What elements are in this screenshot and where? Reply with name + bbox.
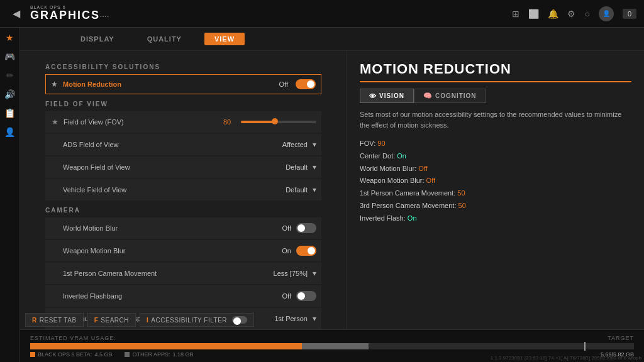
vram-labels: ESTIMATED VRAM USAGE: TARGET (30, 335, 634, 341)
nav-star-icon[interactable]: ★ (4, 33, 16, 44)
grid-icon[interactable]: ⊞ (512, 9, 519, 19)
third-cam-val: 50 (458, 202, 466, 209)
search-circle-icon[interactable]: ○ (584, 9, 589, 19)
vram-estimated-label: ESTIMATED VRAM USAGE: (30, 335, 116, 341)
inverted-flashbang-value: Off (282, 292, 291, 300)
back-button[interactable]: ◀ (8, 5, 25, 22)
fov-value: 80 (223, 118, 236, 126)
search-button[interactable]: F SEARCH (87, 313, 136, 327)
nav-edit-icon[interactable]: ✏ (4, 70, 16, 82)
detail-inverted-flash: Inverted Flash: On (360, 212, 631, 225)
motion-reduction-row[interactable]: ★ Motion Reduction Off (45, 74, 321, 94)
fov-slider[interactable] (241, 121, 316, 123)
fov-label: Field of View (FOV) (64, 118, 223, 126)
motion-reduction-star-icon[interactable]: ★ (51, 80, 58, 89)
vehicle-fov-value: Default (286, 186, 308, 194)
ads-fov-chevron-icon: ▾ (313, 140, 316, 149)
vram-bar-bo6 (30, 343, 302, 349)
weapon-motion-blur-toggle[interactable] (296, 246, 316, 256)
topbar: ◀ BLACK OPS 6 GRAPHICS···· ⊞ ⬜ 🔔 ⚙ ○ 👤 0 (0, 0, 644, 28)
logo-area: BLACK OPS 6 GRAPHICS···· (30, 5, 109, 22)
nav-sound-icon[interactable]: 🔊 (4, 89, 16, 101)
detail-1st-person-cam: 1st Person Camera Movement: 50 (360, 187, 631, 200)
weapon-fov-value: Default (286, 163, 308, 171)
fov-slider-fill (241, 121, 275, 123)
weapon-motion-blur-value: On (282, 247, 291, 255)
avatar[interactable]: 👤 (599, 6, 614, 21)
other-legend-dot (125, 352, 130, 357)
weapon-fov-chevron-icon: ▾ (313, 163, 316, 172)
cognition-icon: 🧠 (423, 92, 433, 100)
reset-tab-button[interactable]: R RESET TAB (25, 313, 84, 327)
fov-val: 90 (377, 140, 385, 147)
world-blur-key: World Motion Blur: (360, 165, 418, 172)
ads-fov-row[interactable]: ADS Field of View Affected ▾ (45, 134, 321, 155)
world-motion-blur-row[interactable]: World Motion Blur Off (45, 217, 321, 239)
detail-tab-vision[interactable]: 👁 VISION (360, 89, 414, 103)
nav-list-icon[interactable]: 📋 (4, 108, 16, 119)
parachute-camera-chevron-icon: ▾ (313, 314, 316, 323)
tab-view[interactable]: VIEW (204, 33, 245, 45)
weapon-blur-val: Off (426, 177, 435, 184)
content-area: DISPLAY QUALITY VIEW ACCESSIBILITY SOLUT… (20, 28, 644, 362)
vram-legend-other: OTHER APPS: 1.18 GB (125, 351, 193, 358)
vram-target-label: TARGET (608, 335, 634, 341)
detail-values: FOV: 90 Center Dot: On World Motion Blur… (360, 138, 631, 225)
logo-big: GRAPHICS···· (30, 9, 109, 22)
vehicle-fov-row[interactable]: Vehicle Field of View Default ▾ (45, 179, 321, 200)
inverted-flashbang-row[interactable]: Inverted Flashbang Off (45, 285, 321, 307)
fov-star-icon[interactable]: ★ (52, 118, 58, 126)
monitor-icon[interactable]: ⬜ (528, 9, 539, 19)
center-dot-val: On (397, 152, 406, 160)
accessibility-filter-toggle[interactable] (232, 316, 247, 324)
motion-reduction-label: Motion Reduction (63, 80, 279, 88)
detail-tabs: 👁 VISION 🧠 COGNITION (360, 89, 631, 103)
tabs-bar: DISPLAY QUALITY VIEW (20, 28, 644, 51)
vehicle-fov-chevron-icon: ▾ (313, 185, 316, 194)
other-legend-label: OTHER APPS: (132, 351, 170, 358)
bell-icon[interactable]: 🔔 (548, 9, 558, 19)
inverted-flashbang-toggle[interactable] (296, 291, 316, 301)
parachute-camera-value: 1st Person (274, 315, 308, 322)
ads-fov-value: Affected (282, 141, 308, 148)
world-motion-blur-label: World Motion Blur (63, 224, 282, 232)
version-text: 1.1.0.97238B1 [23:63:18] 74.+1] A] T6/73… (491, 355, 641, 361)
detail-weapon-motion-blur: Weapon Motion Blur: Off (360, 175, 631, 187)
motion-reduction-toggle[interactable] (296, 79, 316, 89)
detail-center-dot: Center Dot: On (360, 150, 631, 163)
accessibility-section-header: ACCESSIBILITY SOLUTIONS (45, 63, 321, 70)
first-cam-val: 50 (457, 189, 465, 197)
fov-slider-thumb (272, 118, 278, 124)
tab-display[interactable]: DISPLAY (70, 33, 125, 45)
reset-key-icon: R (32, 317, 37, 324)
bo6-legend-label: BLACK OPS 6 BETA: (38, 351, 92, 358)
world-motion-blur-toggle[interactable] (296, 223, 316, 233)
first-cam-key: 1st Person Camera Movement: (360, 189, 457, 197)
accessibility-filter-button[interactable]: I ACCESSIBILITY FILTER (140, 313, 254, 327)
search-key-icon: F (94, 317, 99, 324)
detail-3rd-person-cam: 3rd Person Camera Movement: 50 (360, 200, 631, 212)
detail-tab-cognition[interactable]: 🧠 COGNITION (414, 89, 486, 103)
bo6-legend-dot (30, 352, 35, 357)
main-layout: ★ 🎮 ✏ 🔊 📋 👤 DISPLAY QUALITY VIEW ACCESSI… (0, 28, 644, 362)
fov-section-header: FIELD OF VIEW (45, 101, 321, 107)
weapon-fov-row[interactable]: Weapon Field of View Default ▾ (45, 156, 321, 178)
weapon-motion-blur-label: Weapon Motion Blur (63, 247, 282, 255)
first-person-camera-value: Less [75%] (274, 270, 308, 277)
inverted-flash-key: Inverted Flash: (360, 214, 408, 222)
first-person-camera-row[interactable]: 1st Person Camera Movement Less [75%] ▾ (45, 263, 321, 284)
first-person-camera-chevron-icon: ▾ (313, 269, 316, 278)
tab-quality[interactable]: QUALITY (137, 33, 192, 45)
world-motion-blur-value: Off (282, 224, 291, 232)
counter-badge: 0 (623, 9, 636, 19)
weapon-motion-blur-row[interactable]: Weapon Motion Blur On (45, 240, 321, 261)
fov-row[interactable]: ★ Field of View (FOV) 80 (45, 111, 321, 133)
nav-user-icon[interactable]: 👤 (4, 127, 16, 138)
gear-icon[interactable]: ⚙ (567, 9, 575, 19)
nav-controller-icon[interactable]: 🎮 (4, 52, 16, 63)
ads-fov-label: ADS Field of View (63, 141, 282, 148)
vram-bar-other (302, 343, 369, 349)
footer-buttons: R RESET TAB F SEARCH I ACCESSIBILITY FIL… (25, 313, 254, 327)
detail-world-motion-blur: World Motion Blur: Off (360, 163, 631, 175)
vehicle-fov-label: Vehicle Field of View (63, 186, 286, 194)
